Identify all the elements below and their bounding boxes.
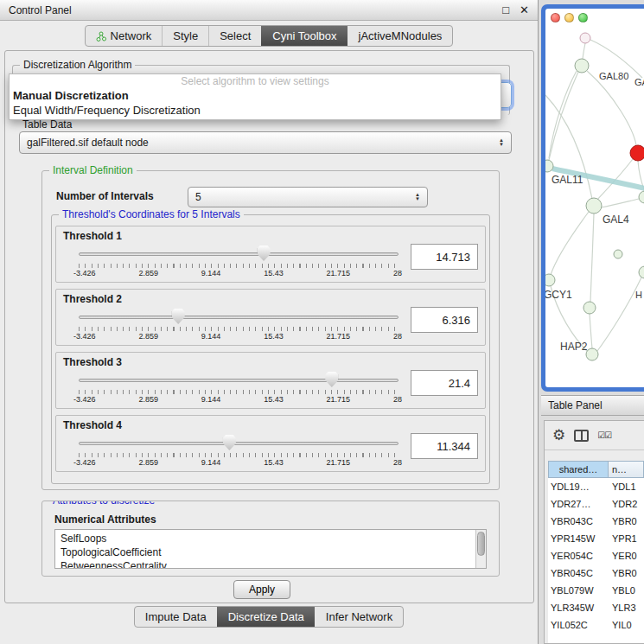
column-header-name[interactable]: n… [609,461,644,478]
table-row[interactable]: YDL19… YDL1 [548,478,644,495]
group-title: Interval Definition [49,164,137,176]
float-icon[interactable]: □ [502,3,509,16]
dropdown-option-equal-width-frequency[interactable]: Equal Width/Frequency Discretization [10,103,501,118]
cell-shared-name[interactable]: YER054C [548,551,609,561]
number-of-intervals-dropdown[interactable]: 5 ▲ ▼ [188,187,428,207]
threshold-slider[interactable]: -3.426 2.859 9.144 15.43 21.715 28 [79,307,399,341]
cell-shared-name[interactable]: YDR27… [548,499,609,509]
network-node[interactable] [580,33,590,43]
threshold-slider[interactable]: -3.426 2.859 9.144 15.43 21.715 28 [79,244,399,278]
tab-label: Infer Network [326,610,392,623]
cell-name[interactable]: YPR1 [609,533,644,544]
tab-select[interactable]: Select [208,26,261,46]
table-row[interactable]: YBR043C YBR0 [548,513,644,530]
cell-shared-name[interactable]: YIL052C [548,620,609,630]
dropdown-option-manual-discretization[interactable]: Manual Discretization [10,88,501,103]
numerical-attributes-list[interactable]: SelfLoops TopologicalCoefficient Between… [54,529,487,569]
threshold-value-field[interactable]: 14.713 [411,244,478,270]
cell-shared-name[interactable]: YDL19… [548,481,609,492]
close-light-icon[interactable] [551,13,560,22]
tick-label: 15.43 [264,395,284,404]
tab-jactivemnodules[interactable]: jActiveMNodules [348,26,453,46]
tab-infer-network[interactable]: Infer Network [315,607,403,627]
threshold-slider[interactable]: -3.426 2.859 9.144 15.43 21.715 28 [79,433,399,468]
cell-name[interactable]: YLR3 [609,603,644,613]
cell-name[interactable]: YDR2 [609,499,644,509]
apply-button[interactable]: Apply [233,580,290,599]
cyni-panel-body: Discretization Algorithm Select algorith… [4,50,534,603]
network-node[interactable] [586,348,598,360]
tab-discretize-data[interactable]: Discretize Data [217,607,315,627]
network-view-canvas[interactable]: GAL80 GA GAL11 GAL4 GCY1 H HAP2 [545,9,644,387]
threshold-slider[interactable]: -3.426 2.859 9.144 15.43 21.715 28 [79,370,399,405]
gear-icon[interactable]: ⚙ [552,426,565,444]
slider-ticks [79,453,399,457]
network-node[interactable] [639,191,644,203]
network-node[interactable] [614,250,622,258]
table-data-dropdown[interactable]: galFiltered.sif default node ▲ ▼ [19,131,512,154]
cell-name[interactable]: YDL1 [609,481,644,492]
columns-icon[interactable] [574,430,589,442]
threshold-value-field[interactable]: 6.316 [411,307,478,333]
table-row[interactable]: YER054C YER0 [548,547,644,564]
slider-thumb[interactable] [172,309,185,324]
network-node[interactable] [545,160,553,172]
threshold-value-field[interactable]: 21.4 [411,370,478,396]
table-row[interactable]: YBR045C YBR0 [548,564,644,582]
table-row[interactable]: YBL079W YBL0 [548,582,644,599]
threshold-panel: Threshold 1 -3.426 2.859 [55,226,486,283]
network-node[interactable] [639,266,644,278]
zoom-light-icon[interactable] [578,13,588,22]
cell-shared-name[interactable]: YPR145W [548,533,609,544]
slider-thumb[interactable] [258,245,271,261]
spin-down-icon: ▼ [415,197,420,201]
slider-thumb[interactable] [223,435,236,450]
spin-down-icon: ▼ [499,143,504,147]
table-panel-title: Table Panel [548,399,603,411]
cell-name[interactable]: YBR0 [609,516,644,526]
threshold-value-field[interactable]: 11.344 [411,433,478,459]
cell-name[interactable]: YBR0 [609,568,644,578]
panel-title: Control Panel [9,4,492,16]
network-node[interactable] [586,198,602,214]
network-graph[interactable]: GAL80 GA GAL11 GAL4 GCY1 H HAP2 [545,9,644,387]
list-item[interactable]: SelfLoops [61,532,474,545]
network-node[interactable] [583,302,596,314]
threshold-panel: Threshold 3 -3.426 2.859 [55,352,486,409]
tick-label: -3.426 [73,395,96,404]
column-header-shared-name[interactable]: shared… [548,461,609,478]
slider-thumb[interactable] [325,372,338,387]
list-scrollbar[interactable] [475,530,486,568]
network-node[interactable] [575,59,589,73]
cell-shared-name[interactable]: YBR045C [548,568,609,578]
list-item[interactable]: BetweennessCentrality [61,559,474,569]
list-item[interactable]: TopologicalCoefficient [61,545,474,559]
tab-cyni-toolbox[interactable]: Cyni Toolbox [261,26,347,46]
scrollbar-thumb[interactable] [477,532,485,556]
network-node[interactable] [545,274,555,286]
minimize-light-icon[interactable] [564,13,574,22]
threshold-label: Threshold 4 [63,419,478,431]
table-row[interactable]: YLR345W YLR3 [548,599,644,616]
select-columns-icon[interactable]: ☑☑ [597,430,611,440]
tab-impute-data[interactable]: Impute Data [135,607,217,627]
numerical-attributes-label: Numerical Attributes [54,513,156,526]
top-tabstrip: Network Style Select Cyni Toolbox jActiv… [85,25,454,47]
group-title: Threshold's Coordinates for 5 Intervals [59,208,244,220]
node-label: GAL11 [552,174,583,186]
table-row[interactable]: YDR27… YDR2 [548,495,644,513]
close-icon[interactable]: ✕ [520,3,529,16]
cell-name[interactable]: YIL0 [609,620,644,630]
cell-name[interactable]: YBL0 [609,585,644,596]
cell-shared-name[interactable]: YBR043C [548,516,609,526]
table-row[interactable]: YIL052C YIL0 [548,616,644,634]
cell-shared-name[interactable]: YBL079W [548,585,609,596]
node-label: GA [634,77,644,87]
algorithm-dropdown-popup: Select algorithm to view settings Manual… [9,73,501,120]
table-row[interactable]: YPR145W YPR1 [548,530,644,547]
cell-shared-name[interactable]: YLR345W [548,603,609,613]
tab-network[interactable]: Network [86,26,163,46]
tab-style[interactable]: Style [162,26,208,46]
selected-node[interactable] [630,145,644,161]
cell-name[interactable]: YER0 [609,551,644,561]
